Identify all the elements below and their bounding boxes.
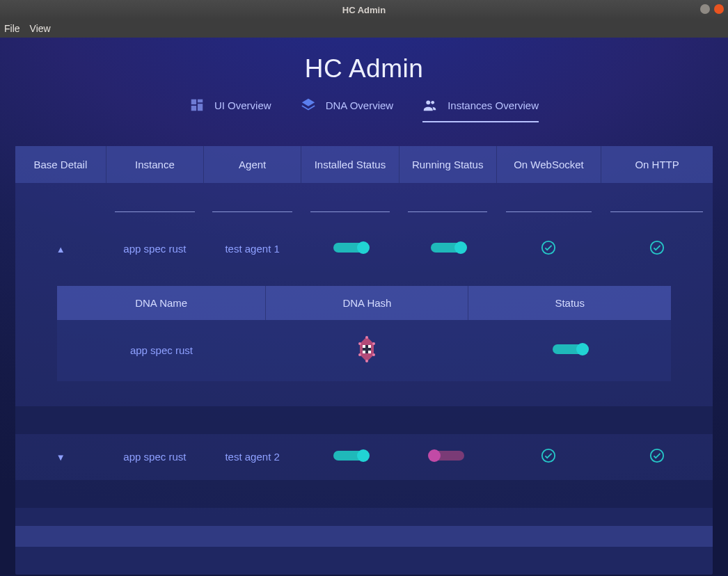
table-row: ▼ app spec rust test agent 2: [15, 434, 713, 480]
instance-name[interactable]: app spec rust: [123, 451, 186, 463]
col-agent[interactable]: Agent: [204, 146, 301, 183]
filter-agent[interactable]: [212, 197, 292, 212]
http-check-icon: [649, 448, 665, 463]
svg-point-5: [431, 101, 434, 104]
minimize-button[interactable]: [700, 4, 710, 14]
svg-point-19: [651, 449, 663, 462]
svg-rect-0: [191, 99, 196, 104]
websocket-check-icon: [541, 448, 556, 463]
menu-file[interactable]: File: [4, 23, 20, 34]
app-body: HC Admin UI Overview DNA Overview Instan…: [0, 38, 728, 576]
dna-name[interactable]: app spec rust: [130, 344, 193, 356]
svg-point-4: [426, 100, 430, 104]
filter-websocket[interactable]: [506, 197, 592, 212]
window-titlebar: HC Admin: [0, 0, 728, 19]
col-installed-status[interactable]: Installed Status: [301, 146, 399, 183]
col-running-status[interactable]: Running Status: [399, 146, 496, 183]
filter-row: [15, 183, 713, 226]
svg-point-12: [365, 336, 368, 339]
tab-ui-overview[interactable]: UI Overview: [189, 97, 271, 122]
svg-point-14: [372, 353, 375, 356]
page-title: HC Admin: [0, 38, 728, 95]
table-row: ▲ app spec rust test agent 1: [15, 226, 713, 272]
filter-installed[interactable]: [310, 197, 390, 212]
installed-toggle[interactable]: [333, 243, 367, 253]
svg-rect-11: [363, 348, 371, 351]
col-on-http[interactable]: On HTTP: [601, 146, 713, 183]
tab-instances-overview[interactable]: Instances Overview: [422, 97, 539, 122]
dashboard-icon: [189, 97, 205, 113]
http-check-icon: [649, 240, 665, 255]
tab-bar: UI Overview DNA Overview Instances Overv…: [0, 95, 728, 125]
dna-hash-identicon: [353, 335, 381, 363]
col-instance[interactable]: Instance: [106, 146, 203, 183]
detail-table: DNA Name DNA Hash Status app spec rust: [57, 286, 671, 381]
filter-instance[interactable]: [115, 197, 194, 212]
col-dna-hash[interactable]: DNA Hash: [266, 286, 468, 320]
people-icon: [422, 97, 438, 113]
agent-name[interactable]: test agent 1: [225, 243, 279, 255]
svg-point-18: [542, 449, 555, 462]
chevron-down-icon[interactable]: ▼: [56, 452, 65, 463]
detail-row: DNA Name DNA Hash Status app spec rust: [15, 272, 713, 406]
tab-label: Instances Overview: [448, 99, 539, 111]
instance-name[interactable]: app spec rust: [123, 243, 186, 255]
svg-point-6: [542, 241, 555, 254]
col-on-websocket[interactable]: On WebSocket: [496, 146, 601, 183]
chevron-up-icon[interactable]: ▲: [56, 244, 65, 255]
window-title: HC Admin: [342, 5, 386, 15]
instances-table: Base Detail Instance Agent Installed Sta…: [15, 146, 713, 508]
installed-toggle[interactable]: [333, 451, 367, 461]
tab-label: DNA Overview: [326, 99, 394, 111]
detail-table-row: app spec rust: [57, 320, 671, 381]
svg-point-17: [358, 342, 361, 345]
svg-point-15: [365, 360, 368, 362]
svg-point-13: [372, 342, 375, 345]
running-toggle[interactable]: [431, 451, 464, 461]
websocket-check-icon: [541, 240, 556, 255]
svg-rect-1: [198, 99, 203, 103]
table-header-row: Base Detail Instance Agent Installed Sta…: [15, 146, 713, 183]
table-footer: [15, 526, 713, 547]
col-dna-name[interactable]: DNA Name: [57, 286, 266, 320]
svg-point-7: [651, 241, 663, 254]
running-toggle[interactable]: [431, 243, 464, 253]
svg-point-16: [358, 353, 361, 356]
svg-rect-3: [191, 106, 196, 111]
filter-http[interactable]: [610, 197, 703, 212]
menu-bar: File View: [0, 19, 728, 38]
layers-icon: [301, 97, 316, 113]
menu-view[interactable]: View: [30, 23, 51, 34]
close-button[interactable]: [714, 4, 724, 14]
agent-name[interactable]: test agent 2: [225, 451, 279, 463]
col-dna-status[interactable]: Status: [468, 286, 671, 320]
svg-rect-2: [198, 104, 203, 111]
col-base-detail[interactable]: Base Detail: [15, 146, 106, 183]
tab-dna-overview[interactable]: DNA Overview: [301, 97, 394, 122]
instances-panel: Base Detail Instance Agent Installed Sta…: [15, 146, 713, 575]
dna-status-toggle[interactable]: [553, 344, 586, 354]
filter-running[interactable]: [408, 197, 487, 212]
tab-label: UI Overview: [214, 99, 271, 111]
